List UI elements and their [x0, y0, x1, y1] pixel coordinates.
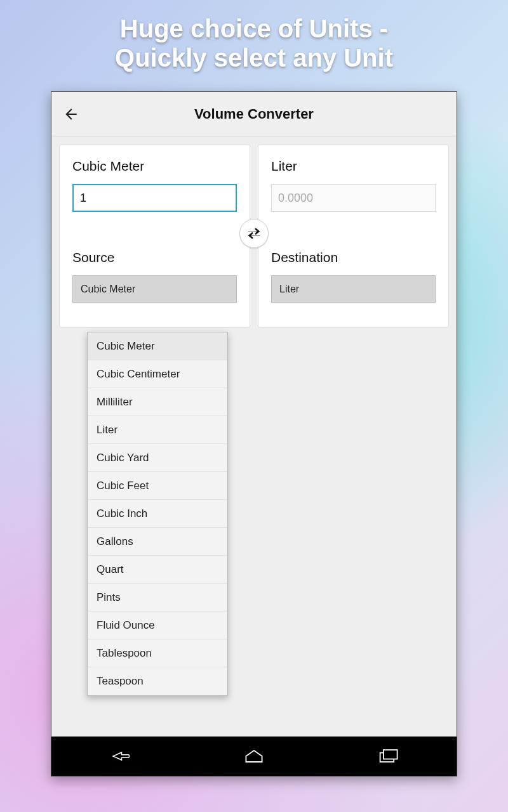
promo-text: Huge choice of Units - Quickly select an… — [115, 14, 393, 72]
source-unit-label: Cubic Meter — [72, 159, 237, 174]
nav-back-icon — [107, 747, 130, 765]
source-panel: Cubic Meter Source Cubic Meter — [59, 144, 250, 328]
source-value-input[interactable] — [72, 184, 237, 212]
source-unit-dropdown: Cubic MeterCubic CentimeterMilliliterLit… — [87, 332, 228, 696]
swap-horizontal-icon — [245, 225, 263, 242]
dropdown-item[interactable]: Cubic Centimeter — [88, 360, 227, 388]
dropdown-item[interactable]: Liter — [88, 416, 227, 444]
android-navbar — [51, 737, 457, 776]
arrow-left-icon — [63, 106, 79, 122]
dropdown-item[interactable]: Cubic Inch — [88, 500, 227, 528]
nav-home-button[interactable] — [238, 747, 270, 766]
dropdown-item[interactable]: Quart — [88, 556, 227, 584]
device-frame: Volume Converter Cubic Meter Source Cubi… — [51, 91, 457, 776]
nav-recent-icon — [378, 747, 401, 765]
page-title: Volume Converter — [51, 106, 457, 122]
content-area: Cubic Meter Source Cubic Meter Liter 0.0… — [51, 136, 457, 737]
back-button[interactable] — [62, 105, 81, 124]
app-bar: Volume Converter — [51, 92, 457, 136]
converter-panels: Cubic Meter Source Cubic Meter Liter 0.0… — [59, 144, 449, 328]
nav-recent-button[interactable] — [373, 747, 405, 766]
dropdown-item[interactable]: Cubic Yard — [88, 444, 227, 472]
nav-back-button[interactable] — [103, 747, 135, 766]
destination-unit-label: Liter — [271, 159, 436, 174]
promo-line-2: Quickly select any Unit — [115, 43, 393, 72]
source-section-label: Source — [72, 250, 237, 265]
dropdown-item[interactable]: Tablespoon — [88, 639, 227, 667]
dropdown-item[interactable]: Milliliter — [88, 388, 227, 416]
dropdown-item[interactable]: Cubic Feet — [88, 472, 227, 500]
dropdown-item[interactable]: Pints — [88, 584, 227, 612]
destination-section-label: Destination — [271, 250, 436, 265]
destination-unit-select[interactable]: Liter — [271, 275, 436, 303]
swap-button[interactable] — [239, 219, 269, 248]
destination-value-output: 0.0000 — [271, 184, 436, 212]
dropdown-item[interactable]: Gallons — [88, 528, 227, 556]
promo-line-1: Huge choice of Units - — [115, 14, 393, 43]
dropdown-item[interactable]: Teaspoon — [88, 667, 227, 695]
svg-rect-1 — [384, 750, 398, 759]
dropdown-item[interactable]: Cubic Meter — [88, 332, 227, 360]
nav-home-icon — [243, 747, 265, 765]
destination-panel: Liter 0.0000 Destination Liter — [258, 144, 449, 328]
dropdown-item[interactable]: Fluid Ounce — [88, 612, 227, 639]
source-unit-select[interactable]: Cubic Meter — [72, 275, 237, 303]
